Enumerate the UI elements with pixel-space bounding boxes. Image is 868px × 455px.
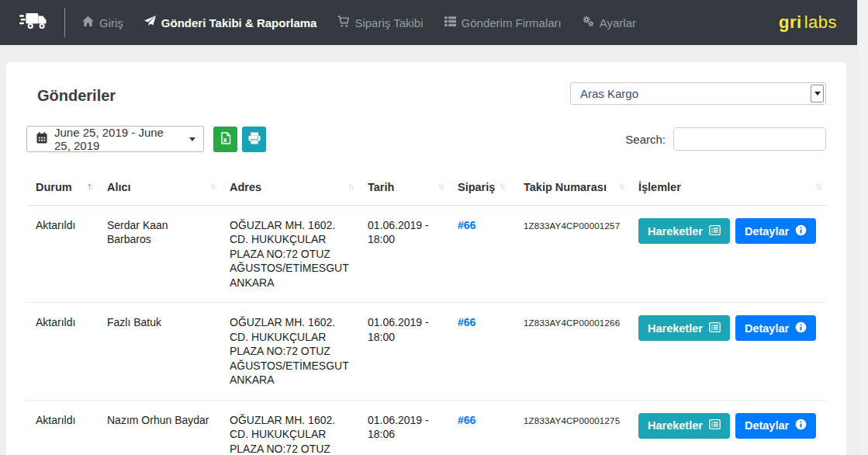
nav-item-label: Ayarlar <box>600 16 636 30</box>
table-header-row: Durum↑↓ Alıcı↑↓ Adres↑↓ Tarih↑↓ Sipariş↑… <box>26 172 826 206</box>
chevron-down-icon <box>811 85 824 102</box>
recipient-cell: Nazım Orhun Baydar <box>98 400 220 455</box>
column-header-siparis[interactable]: Sipariş↑↓ <box>448 172 514 206</box>
date-range-picker[interactable]: June 25, 2019 - June 25, 2019 <box>26 126 204 152</box>
date-range-value: June 25, 2019 - June 25, 2019 <box>54 126 182 152</box>
column-header-durum[interactable]: Durum↑↓ <box>26 172 98 206</box>
sort-icon: ↑↓ <box>618 181 623 192</box>
scrollbar-track[interactable] <box>857 0 868 455</box>
print-button[interactable] <box>242 127 266 152</box>
caret-down-icon <box>189 137 195 144</box>
sort-icon: ↑↓ <box>437 181 442 192</box>
order-link[interactable]: #66 <box>458 316 475 328</box>
recipient-cell: Serdar Kaan Barbaros <box>98 206 220 303</box>
tracking-number-cell: 1Z833AY4CP00001266 <box>514 303 629 400</box>
grilabs-logo: grilabs <box>779 12 837 33</box>
tracking-number-cell: 1Z833AY4CP00001275 <box>514 400 629 455</box>
order-cell: #66 <box>448 303 514 400</box>
list-alt-icon <box>709 321 721 335</box>
info-circle-icon <box>795 419 807 432</box>
column-header-alici[interactable]: Alıcı↑↓ <box>98 172 220 206</box>
search-input[interactable] <box>673 127 826 151</box>
navbar-divider <box>64 8 65 37</box>
detaylar-button[interactable]: Detaylar <box>735 218 816 244</box>
cogs-icon <box>583 16 594 30</box>
paper-plane-icon <box>144 16 156 30</box>
nav-item-label: Sipariş Takibi <box>354 16 423 30</box>
top-navbar: Giriş Gönderi Takibi & Raporlama Sipariş… <box>0 0 857 45</box>
column-header-takip[interactable]: Takip Numarası↑↓ <box>514 172 629 206</box>
date-cell: 01.06.2019 - 18:00 <box>358 303 448 400</box>
shipments-table: Durum↑↓ Alıcı↑↓ Adres↑↓ Tarih↑↓ Sipariş↑… <box>26 172 826 455</box>
info-circle-icon <box>795 321 807 335</box>
actions-cell: Hareketler Detaylar <box>629 303 826 400</box>
hareketler-button[interactable]: Hareketler <box>638 413 730 439</box>
table-row: Aktarıldı Serdar Kaan Barbaros OĞUZLAR M… <box>26 206 826 303</box>
address-cell: OĞUZLAR MH. 1602. CD. HUKUKÇULAR PLAZA N… <box>220 400 358 455</box>
order-link[interactable]: #66 <box>458 219 475 231</box>
carrier-select[interactable]: Aras Kargo <box>570 82 826 105</box>
nav-item-label: Gönderi Takibi & Raporlama <box>161 16 317 30</box>
recipient-cell: Fazlı Batuk <box>98 303 220 400</box>
address-cell: OĞUZLAR MH. 1602. CD. HUKUKÇULAR PLAZA N… <box>220 206 358 303</box>
nav-item-label: Giriş <box>99 16 123 30</box>
table-row: Aktarıldı Fazlı Batuk OĞUZLAR MH. 1602. … <box>26 303 826 400</box>
list-alt-icon <box>709 224 721 238</box>
export-excel-button[interactable] <box>213 127 237 152</box>
order-link[interactable]: #66 <box>458 414 475 426</box>
actions-cell: Hareketler Detaylar <box>629 206 826 303</box>
sort-icon: ↑↓ <box>87 181 92 192</box>
status-cell: Aktarıldı <box>26 206 98 303</box>
sort-icon: ↑↓ <box>348 181 352 192</box>
order-cell: #66 <box>448 206 514 303</box>
printer-icon <box>248 132 261 147</box>
calendar-icon <box>36 132 47 146</box>
nav-item-gonderi-takibi[interactable]: Gönderi Takibi & Raporlama <box>144 16 317 30</box>
sort-icon: ↑↓ <box>209 181 214 192</box>
search-label: Search: <box>625 133 666 146</box>
column-header-islemler[interactable]: İşlemler↑↓ <box>629 172 826 206</box>
detaylar-button[interactable]: Detaylar <box>735 413 816 439</box>
status-cell: Aktarıldı <box>26 303 98 400</box>
nav-item-label: Gönderim Firmaları <box>462 16 562 30</box>
actions-cell: Hareketler Detaylar <box>629 400 826 455</box>
shopping-cart-icon <box>337 16 349 30</box>
nav-item-ayarlar[interactable]: Ayarlar <box>583 16 636 30</box>
hareketler-button[interactable]: Hareketler <box>638 218 730 244</box>
table-row: Aktarıldı Nazım Orhun Baydar OĞUZLAR MH.… <box>26 400 826 455</box>
column-header-adres[interactable]: Adres↑↓ <box>220 172 358 206</box>
sort-icon: ↑↓ <box>499 181 503 192</box>
page-title: Gönderiler <box>37 87 116 105</box>
hareketler-button[interactable]: Hareketler <box>638 315 730 341</box>
shipping-truck-icon <box>19 10 49 35</box>
list-icon <box>444 16 456 30</box>
list-alt-icon <box>709 419 721 432</box>
nav-item-siparis-takibi[interactable]: Sipariş Takibi <box>337 16 423 30</box>
brand-logo[interactable] <box>19 10 49 35</box>
detaylar-button[interactable]: Detaylar <box>735 315 816 341</box>
status-cell: Aktarıldı <box>26 400 98 455</box>
nav-item-gonderim-firmalari[interactable]: Gönderim Firmaları <box>444 16 562 30</box>
info-circle-icon <box>795 224 807 238</box>
carrier-select-value: Aras Kargo <box>580 87 638 100</box>
home-icon <box>82 16 94 30</box>
order-cell: #66 <box>448 400 514 455</box>
date-cell: 01.06.2019 - 18:00 <box>358 206 448 303</box>
address-cell: OĞUZLAR MH. 1602. CD. HUKUKÇULAR PLAZA N… <box>220 303 358 400</box>
content-card: Gönderiler Aras Kargo June 25, 2019 - Ju… <box>6 62 846 455</box>
nav-item-giris[interactable]: Giriş <box>82 16 123 30</box>
sort-icon: ↑↓ <box>815 181 820 192</box>
date-cell: 01.06.2019 - 18:06 <box>358 400 448 455</box>
column-header-tarih[interactable]: Tarih↑↓ <box>358 172 448 206</box>
tracking-number-cell: 1Z833AY4CP00001257 <box>514 206 629 303</box>
file-excel-icon <box>220 132 232 147</box>
